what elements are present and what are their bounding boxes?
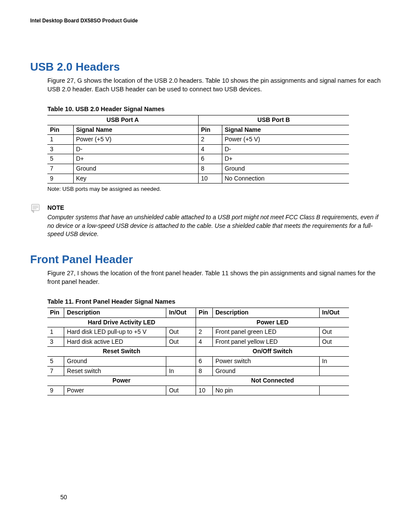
table-row: 8 (198, 164, 222, 174)
t11-col-io-l: In/Out (166, 308, 196, 318)
table11: Pin Description In/Out Pin Description I… (47, 308, 349, 395)
table-row (319, 366, 349, 376)
table-row: 2 (198, 135, 222, 145)
table-row: D+ (222, 154, 349, 164)
table10: USB Port A USB Port B Pin Signal Name Pi… (47, 115, 349, 184)
table-row: 5 (47, 154, 73, 164)
table10-col-sig-b: Signal Name (222, 125, 349, 135)
table-row: 9 (47, 386, 64, 395)
table-row: Power (+5 V) (73, 135, 198, 145)
note-heading: NOTE (47, 204, 381, 212)
table-row: 9 (47, 174, 73, 184)
table-row: D- (222, 144, 349, 154)
table-group-head: Reset Switch (47, 347, 196, 357)
note-block: NOTE Computer systems that have an unshi… (47, 204, 381, 238)
table-row: 4 (196, 337, 213, 347)
table-row: Hard disk active LED (64, 337, 166, 347)
table-row: D- (73, 144, 198, 154)
page-number: 50 (60, 493, 67, 502)
table-group-head: On/Off Switch (196, 347, 349, 357)
table-row: Reset switch (64, 366, 166, 376)
usb-paragraph: Figure 27, G shows the location of the U… (47, 76, 381, 94)
table10-head-port-a: USB Port A (47, 115, 198, 125)
table-row: 1 (47, 135, 73, 145)
section-title-usb: USB 2.0 Headers (30, 59, 381, 75)
table-row: Ground (73, 164, 198, 174)
table-row: Power switch (212, 357, 319, 367)
t11-col-pin-r: Pin (196, 308, 213, 318)
table-row: Ground (222, 164, 349, 174)
table-row: Power (+5 V) (222, 135, 349, 145)
table-row: Out (166, 327, 196, 337)
table-row: In (319, 357, 349, 367)
table-row: 3 (47, 337, 64, 347)
table-row: 5 (47, 357, 64, 367)
table-row: In (166, 366, 196, 376)
table-row: 7 (47, 164, 73, 174)
section-title-front-panel: Front Panel Header (30, 252, 381, 267)
t11-col-desc-l: Description (64, 308, 166, 318)
table10-caption: Table 10. USB 2.0 Header Signal Names (47, 105, 381, 113)
table-row: 3 (47, 144, 73, 154)
table-row: Ground (212, 366, 319, 376)
table-row: D+ (73, 154, 198, 164)
table-group-head: Power LED (196, 317, 349, 327)
table10-footnote: Note: USB ports may be assigned as neede… (47, 185, 381, 193)
table-group-head: Power (47, 376, 196, 386)
table-row: Ground (64, 357, 166, 367)
table-row: Power (64, 386, 166, 395)
table-row: Out (166, 337, 196, 347)
table-row: 7 (47, 366, 64, 376)
table10-col-sig-a: Signal Name (73, 125, 198, 135)
note-body: Computer systems that have an unshielded… (47, 213, 381, 239)
t11-col-pin-l: Pin (47, 308, 64, 318)
table-row: Out (166, 386, 196, 395)
t11-col-io-r: In/Out (319, 308, 349, 318)
front-panel-paragraph: Figure 27, I shows the location of the f… (47, 269, 381, 286)
table-row: 6 (198, 154, 222, 164)
table-row: 1 (47, 327, 64, 337)
table-row (166, 357, 196, 367)
table-row: 2 (196, 327, 213, 337)
table-row: Hard disk LED pull-up to +5 V (64, 327, 166, 337)
table-row: 8 (196, 366, 213, 376)
table-row: No pin (212, 386, 319, 395)
table-row: 10 (196, 386, 213, 395)
table-row: No Connection (222, 174, 349, 184)
table10-head-port-b: USB Port B (198, 115, 349, 125)
table10-col-pin-a: Pin (47, 125, 73, 135)
table-row: 10 (198, 174, 222, 184)
table-row: Out (319, 327, 349, 337)
table-row: 4 (198, 144, 222, 154)
table-group-head: Not Connected (196, 376, 349, 386)
table-row: Out (319, 337, 349, 347)
table-row: 6 (196, 357, 213, 367)
running-header: Intel Desktop Board DX58SO Product Guide (30, 17, 381, 25)
table-row: Front panel green LED (212, 327, 319, 337)
table-row: Key (73, 174, 198, 184)
table10-col-pin-b: Pin (198, 125, 222, 135)
table-row: Front panel yellow LED (212, 337, 319, 347)
t11-col-desc-r: Description (212, 308, 319, 318)
table11-caption: Table 11. Front Panel Header Signal Name… (47, 297, 381, 306)
table-row (319, 386, 349, 395)
table-group-head: Hard Drive Activity LED (47, 317, 196, 327)
note-icon (30, 203, 41, 214)
